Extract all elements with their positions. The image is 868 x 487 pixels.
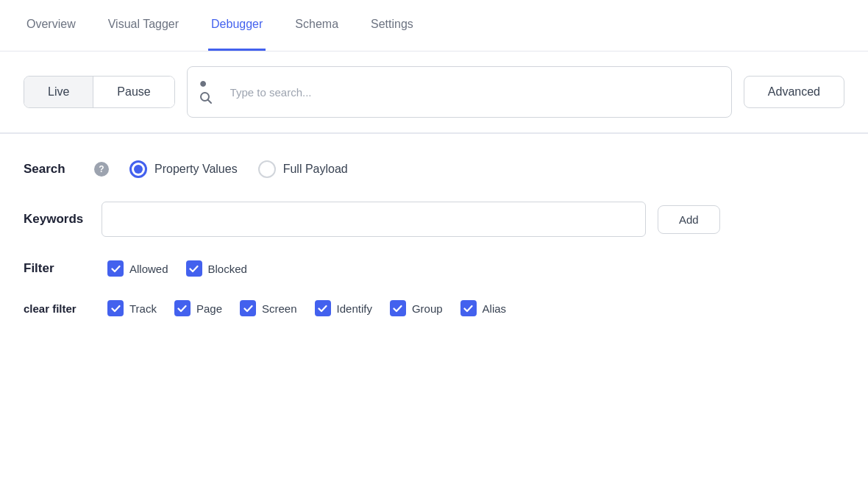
page-label: Page [196,302,222,315]
screen-label: Screen [262,302,297,315]
checkbox-identify-box [315,300,331,316]
nav-item-schema[interactable]: Schema [292,0,341,51]
filter-label: Filter [24,261,90,276]
app-container: Overview Visual Tagger Debugger Schema S… [0,0,868,487]
alias-label: Alias [483,302,507,315]
checkbox-page-box [174,300,191,316]
checkbox-identify[interactable]: Identify [315,300,372,316]
search-label: Search [24,162,90,177]
keywords-label: Keywords [24,212,90,227]
checkbox-blocked[interactable]: Blocked [186,260,247,277]
search-label-group: Search ? [24,162,109,177]
group-label: Group [412,302,443,315]
clear-filter-label[interactable]: clear filter [24,302,90,315]
live-pause-group: Live Pause [24,76,175,108]
nav-item-visual-tagger[interactable]: Visual Tagger [105,0,182,51]
keywords-input[interactable] [102,202,646,237]
search-options-row: Search ? Property Values Full Payload [24,160,844,178]
nav-item-debugger[interactable]: Debugger [208,0,266,51]
live-button[interactable]: Live [24,77,93,107]
search-icon: ● [199,76,223,108]
filter-row: Filter Allowed Blocked [24,260,844,277]
checkbox-screen[interactable]: Screen [240,300,297,316]
toolbar: Live Pause ● Advanced [0,51,868,133]
blocked-label: Blocked [208,263,247,275]
search-input[interactable] [230,86,719,99]
radio-property-values[interactable]: Property Values [129,160,238,178]
nav-item-overview[interactable]: Overview [24,0,79,51]
checkbox-track[interactable]: Track [107,300,157,316]
radio-circle-payload [258,160,276,178]
identify-label: Identify [337,302,372,315]
checkbox-allowed[interactable]: Allowed [107,260,168,277]
nav-item-settings[interactable]: Settings [368,0,416,51]
checkbox-screen-box [240,300,256,316]
radio-label-payload: Full Payload [283,163,348,176]
clear-filter-row: clear filter Track Page [24,300,844,316]
checkbox-alias[interactable]: Alias [460,300,507,316]
checkbox-page[interactable]: Page [174,300,222,316]
help-icon[interactable]: ? [94,162,109,177]
checkbox-alias-box [460,300,477,316]
radio-circle-property [129,160,147,178]
svg-line-1 [207,100,211,104]
checkbox-group-box [390,300,406,316]
advanced-button[interactable]: Advanced [744,76,844,108]
checkbox-blocked-box [186,260,202,277]
add-button[interactable]: Add [658,205,720,234]
track-label: Track [129,302,157,315]
checkbox-track-box [107,300,124,316]
keywords-row: Keywords Add [24,202,844,237]
pause-button[interactable]: Pause [93,77,174,107]
checkbox-allowed-box [107,260,124,277]
radio-full-payload[interactable]: Full Payload [258,160,348,178]
checkbox-group[interactable]: Group [390,300,443,316]
search-box: ● [187,66,732,118]
radio-label-property: Property Values [154,163,238,176]
allowed-label: Allowed [129,263,168,275]
radio-group: Property Values Full Payload [129,160,348,178]
nav-bar: Overview Visual Tagger Debugger Schema S… [0,0,868,51]
content: Search ? Property Values Full Payload Ke… [0,134,868,487]
